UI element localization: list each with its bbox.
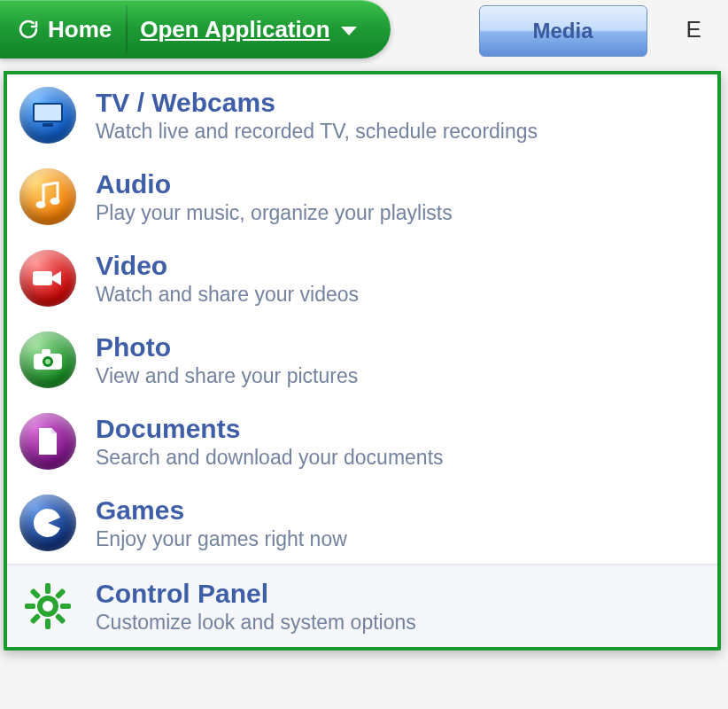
menu-item-desc: Watch live and recorded TV, schedule rec…	[96, 120, 538, 144]
refresh-icon	[18, 19, 39, 40]
menu-item-desc: Watch and share your videos	[96, 283, 359, 307]
svg-rect-16	[29, 588, 41, 599]
chevron-down-icon	[341, 27, 357, 35]
svg-rect-11	[45, 619, 50, 629]
top-toolbar: Home Open Application Media E	[0, 0, 728, 58]
svg-rect-12	[25, 604, 35, 609]
menu-item-texts: TV / Webcams Watch live and recorded TV,…	[96, 88, 538, 144]
menu-item-games[interactable]: Games Enjoy your games right now	[7, 482, 717, 564]
menu-item-texts: Documents Search and download your docum…	[96, 414, 444, 470]
svg-rect-13	[60, 604, 71, 609]
home-button[interactable]: Home	[9, 9, 120, 51]
menu-item-video[interactable]: Video Watch and share your videos	[7, 238, 717, 319]
svg-rect-15	[29, 613, 41, 625]
menu-item-title: TV / Webcams	[96, 88, 538, 118]
nav-pill: Home Open Application	[0, 0, 391, 58]
music-note-icon	[19, 168, 76, 225]
tv-icon	[19, 87, 76, 144]
menu-item-audio[interactable]: Audio Play your music, organize your pla…	[7, 156, 717, 238]
open-application-menu: TV / Webcams Watch live and recorded TV,…	[4, 71, 721, 651]
svg-rect-6	[42, 349, 50, 355]
menu-item-photo[interactable]: Photo View and share your pictures	[7, 319, 717, 401]
camera-icon	[19, 331, 76, 388]
menu-item-documents[interactable]: Documents Search and download your docum…	[7, 401, 717, 482]
svg-rect-0	[34, 104, 62, 121]
svg-rect-1	[43, 123, 53, 127]
pill-divider	[126, 4, 128, 54]
menu-item-desc: Search and download your documents	[96, 446, 444, 470]
menu-item-title: Control Panel	[96, 579, 416, 609]
menu-item-title: Video	[96, 251, 359, 281]
menu-item-texts: Control Panel Customize look and system …	[96, 579, 416, 635]
menu-item-texts: Video Watch and share your videos	[96, 251, 359, 307]
menu-item-title: Games	[96, 495, 347, 526]
menu-item-texts: Audio Play your music, organize your pla…	[96, 169, 453, 225]
open-application-button[interactable]: Open Application	[133, 9, 363, 51]
home-label: Home	[48, 16, 112, 43]
tab-media[interactable]: Media	[479, 5, 647, 57]
gear-icon	[19, 578, 76, 635]
svg-rect-14	[55, 588, 66, 599]
svg-point-3	[50, 198, 60, 205]
media-tab-label: Media	[533, 19, 593, 43]
menu-item-title: Documents	[96, 414, 444, 444]
menu-item-texts: Photo View and share your pictures	[96, 332, 358, 388]
svg-rect-10	[45, 583, 50, 594]
camcorder-icon	[19, 250, 76, 307]
svg-rect-17	[55, 613, 66, 625]
pacman-icon	[19, 495, 76, 551]
menu-item-control-panel[interactable]: Control Panel Customize look and system …	[7, 564, 717, 647]
document-icon	[19, 413, 76, 470]
menu-item-tv-webcams[interactable]: TV / Webcams Watch live and recorded TV,…	[7, 74, 717, 156]
open-application-label: Open Application	[140, 16, 329, 43]
menu-item-desc: View and share your pictures	[96, 364, 358, 388]
toolbar-spacer	[391, 0, 479, 58]
partial-tab-label: E	[686, 16, 701, 43]
menu-item-desc: Play your music, organize your playlists	[96, 201, 453, 225]
menu-item-desc: Enjoy your games right now	[96, 527, 347, 551]
menu-item-desc: Customize look and system options	[96, 611, 416, 635]
menu-item-texts: Games Enjoy your games right now	[96, 495, 347, 551]
svg-point-18	[43, 601, 53, 612]
menu-item-title: Photo	[96, 332, 358, 362]
svg-point-8	[45, 359, 50, 364]
menu-item-title: Audio	[96, 169, 453, 199]
svg-rect-4	[33, 271, 52, 285]
